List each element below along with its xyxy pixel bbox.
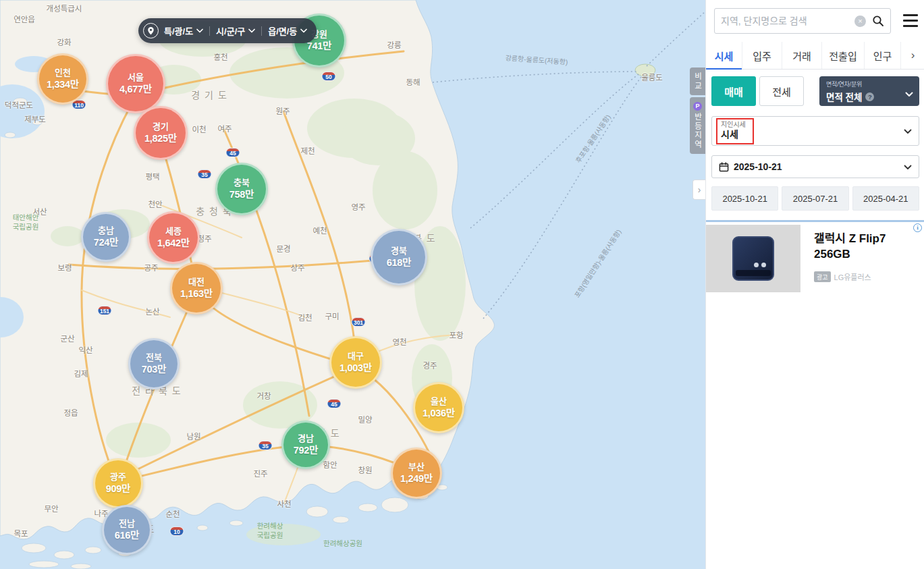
- date-select[interactable]: 2025-10-21: [711, 155, 919, 178]
- region-bubble-대전[interactable]: 대전1,163만: [170, 262, 223, 315]
- chevron-down-icon: [905, 88, 913, 100]
- region-bubble-부산[interactable]: 부산1,249만: [391, 448, 442, 499]
- ad-badge: 광고: [814, 271, 831, 282]
- map-city-label: 연안읍: [13, 13, 35, 24]
- map-canvas[interactable]: 경기도충청북도전라북도경상북도경상남도전라남도 개성특급시연안읍강화홍천강릉동해…: [0, 0, 705, 569]
- region-bubble-울산[interactable]: 울산1,036만: [413, 382, 464, 433]
- region-bubble-name: 서울: [128, 72, 144, 83]
- app-window: 경기도충청북도전라북도경상북도경상남도전라남도 개성특급시연안읍강화홍천강릉동해…: [0, 0, 924, 569]
- region-bubble-name: 울산: [431, 396, 447, 407]
- map-city-label: 예천: [312, 225, 327, 236]
- galaxy-flip-phone-graphic: [732, 236, 774, 281]
- area-filter-dropdown[interactable]: 면적/연차/분위 면적 전체 ?: [819, 76, 919, 106]
- map-city-label: 영천: [392, 336, 406, 347]
- search-input[interactable]: [721, 16, 854, 26]
- region-bubble-name: 부산: [408, 462, 425, 472]
- help-icon[interactable]: ?: [865, 92, 874, 101]
- road-shield-icon: 35: [198, 169, 212, 179]
- price-source-select[interactable]: 지인시세 시세: [711, 116, 919, 146]
- region-bubble-name: 전북: [146, 352, 162, 363]
- ad-title[interactable]: 갤럭시 Z Flip7 256GB: [814, 231, 919, 262]
- map-side-tab-1[interactable]: P반등지역: [690, 97, 705, 154]
- map-city-label: 거창: [256, 390, 271, 401]
- map-city-label: 무안: [44, 503, 58, 514]
- menu-icon[interactable]: [903, 14, 918, 27]
- road-shield-icon: 45: [226, 148, 240, 157]
- map-city-label: 남원: [186, 431, 200, 441]
- map-level-option-0[interactable]: 특/광/도: [164, 24, 203, 37]
- road-shield-icon: 151: [98, 306, 112, 315]
- price-source-highlight: 지인시세 시세: [716, 118, 754, 144]
- region-bubble-전북[interactable]: 전북703만: [128, 338, 180, 389]
- region-bubble-경기[interactable]: 경기1,825만: [134, 106, 188, 160]
- region-bubble-value: 4,677만: [119, 83, 152, 95]
- location-pin-icon: [143, 23, 159, 38]
- tabs-more-button[interactable]: ›: [900, 42, 924, 69]
- region-bubble-name: 인천: [55, 67, 71, 78]
- region-bubble-value: 1,003만: [339, 362, 372, 374]
- region-bubble-충북[interactable]: 충북758만: [215, 163, 268, 215]
- map-city-label: 상주: [290, 262, 304, 273]
- map-city-label: 영주: [351, 201, 365, 212]
- map-city-label: 이천: [192, 124, 206, 134]
- region-bubble-name: 전남: [119, 518, 135, 529]
- tab-시세[interactable]: 시세: [706, 42, 742, 69]
- region-bubble-충남[interactable]: 충남724만: [81, 212, 131, 262]
- map-park-label: 한려해상공원: [323, 539, 362, 549]
- search-box[interactable]: ×: [714, 8, 891, 34]
- ad-top-divider: [706, 220, 924, 222]
- price-source-caption: 지인시세: [721, 121, 746, 130]
- tab-거래[interactable]: 거래: [782, 42, 821, 69]
- map-city-label: 밀양: [358, 414, 372, 425]
- map-city-label: 울릉도: [641, 72, 663, 82]
- calendar-icon: [719, 162, 729, 172]
- road-shield-icon: 10: [170, 526, 184, 536]
- road-shield-icon: 50: [322, 72, 336, 81]
- tab-입주[interactable]: 입주: [742, 42, 782, 69]
- map-city-label: 김천: [298, 312, 312, 323]
- trade-type-lease-button[interactable]: 전세: [759, 76, 804, 106]
- map-city-label: 익산: [78, 344, 92, 355]
- map-city-label: 공주: [144, 262, 158, 273]
- region-bubble-전남[interactable]: 전남616만: [102, 505, 152, 555]
- region-bubble-value: 758만: [229, 188, 254, 200]
- region-bubble-value: 792만: [294, 444, 318, 456]
- road-shield-icon: 301: [352, 317, 366, 327]
- map-level-option-2[interactable]: 읍/면/동: [268, 24, 307, 37]
- search-icon[interactable]: [872, 15, 884, 27]
- region-bubble-name: 충남: [98, 225, 114, 236]
- map-side-tab-0[interactable]: 비교: [690, 67, 705, 95]
- region-bubble-서울[interactable]: 서울4,677만: [106, 54, 165, 113]
- region-bubble-인천[interactable]: 인천1,334만: [37, 53, 88, 105]
- date-quick-button-1[interactable]: 2025-07-21: [782, 186, 848, 211]
- ad-product-image[interactable]: [706, 225, 800, 292]
- region-bubble-광주[interactable]: 광주909만: [93, 458, 143, 508]
- map-city-label: 개성특급시: [47, 3, 82, 13]
- map-city-label: 순천: [165, 508, 180, 519]
- region-bubble-대구[interactable]: 대구1,003만: [329, 336, 382, 389]
- map-city-label: 진주: [253, 468, 267, 479]
- region-bubble-경남[interactable]: 경남792만: [281, 421, 330, 469]
- map-city-label: 여주: [217, 123, 232, 134]
- region-bubble-value: 1,642만: [157, 237, 190, 249]
- map-city-label: 덕적군도: [5, 99, 33, 110]
- clear-search-icon[interactable]: ×: [854, 16, 866, 27]
- sidebar-collapse-handle[interactable]: ›: [692, 180, 705, 200]
- region-bubble-세종[interactable]: 세종1,642만: [147, 211, 200, 264]
- ad-meta: 광고 LG유플러스: [814, 271, 871, 282]
- region-bubble-value: 1,163만: [180, 288, 213, 300]
- date-quick-button-0[interactable]: 2025-10-21: [711, 186, 778, 211]
- region-bubble-경북[interactable]: 경북618만: [371, 229, 427, 286]
- date-quick-button-2[interactable]: 2025-04-21: [852, 186, 919, 211]
- region-bubble-value: 703만: [142, 363, 166, 375]
- pill-divider: [261, 26, 262, 36]
- trade-type-buy-button[interactable]: 매매: [711, 76, 756, 106]
- map-city-label: 정읍: [63, 407, 78, 418]
- map-city-label: 강화: [57, 36, 71, 47]
- map-city-label: 문경: [276, 243, 290, 254]
- region-bubble-name: 충북: [234, 178, 250, 188]
- tab-인구[interactable]: 인구: [864, 42, 900, 69]
- map-city-label: 목포: [13, 528, 28, 539]
- tab-전출입[interactable]: 전출입: [821, 42, 864, 69]
- map-level-option-1[interactable]: 시/군/구: [216, 24, 255, 37]
